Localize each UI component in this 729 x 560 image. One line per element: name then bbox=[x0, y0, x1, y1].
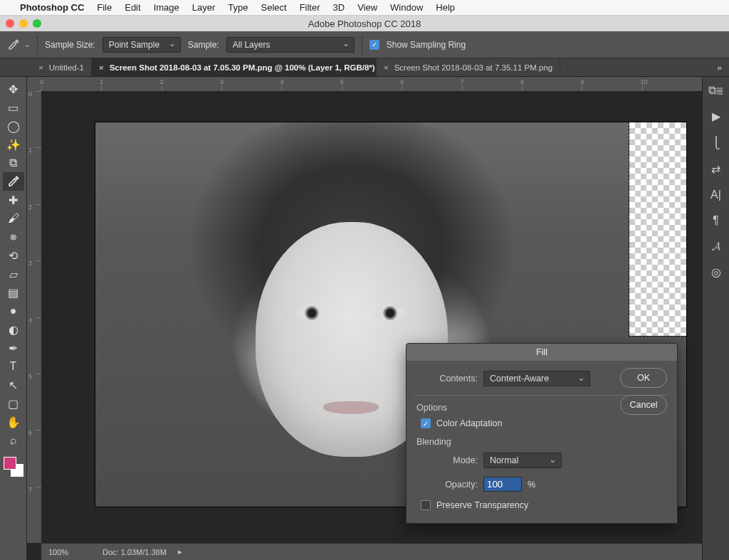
menu-type[interactable]: Type bbox=[228, 2, 248, 13]
opacity-input[interactable] bbox=[483, 477, 522, 492]
tool-blur[interactable]: ● bbox=[3, 302, 24, 320]
sample-size-select[interactable]: Point Sample bbox=[103, 37, 181, 53]
tool-pen[interactable]: ✒ bbox=[3, 339, 24, 357]
close-icon[interactable]: × bbox=[38, 63, 43, 72]
tool-rectangle[interactable]: ▢ bbox=[3, 394, 24, 413]
panel-icon-4[interactable]: ⇄ bbox=[711, 162, 720, 176]
contents-label: Contents: bbox=[416, 374, 478, 384]
photo-eye-right bbox=[374, 306, 406, 320]
sample-label: Sample: bbox=[188, 40, 219, 50]
tool-zoom[interactable]: ⌕ bbox=[3, 431, 24, 450]
panel-glyph-icon[interactable]: 𝓐 bbox=[712, 240, 720, 253]
tab-label: Screen Shot 2018-08-03 at 7.35.11 PM.png bbox=[394, 63, 553, 72]
ruler-origin[interactable] bbox=[27, 77, 41, 91]
menu-image[interactable]: Image bbox=[154, 2, 179, 13]
document-tabs: × Untitled-1 × Screen Shot 2018-08-03 at… bbox=[0, 58, 729, 77]
mode-select[interactable]: Normal bbox=[483, 453, 562, 468]
preserve-transparency-label: Preserve Transparency bbox=[436, 500, 528, 510]
tool-eraser[interactable]: ▱ bbox=[3, 265, 24, 283]
options-bar: ⌄ Sample Size: Point Sample Sample: All … bbox=[0, 31, 729, 58]
tab-label: Untitled-1 bbox=[49, 63, 84, 72]
panel-icon-1[interactable]: ⧉≣ bbox=[708, 84, 723, 97]
tool-history-brush[interactable]: ⟲ bbox=[3, 246, 24, 265]
menu-edit[interactable]: Edit bbox=[125, 2, 140, 13]
chevron-down-icon: ⌄ bbox=[24, 41, 30, 48]
active-tool-icon[interactable]: ⌄ bbox=[7, 38, 30, 52]
tab-label: Screen Shot 2018-08-03 at 7.05.30 PM.png… bbox=[110, 63, 377, 72]
tool-brush[interactable]: 🖌 bbox=[3, 209, 24, 228]
close-icon[interactable]: × bbox=[99, 63, 104, 72]
tool-healing[interactable]: ✚ bbox=[3, 191, 24, 209]
selection-transparent-area[interactable] bbox=[629, 122, 686, 336]
color-adaptation-checkbox[interactable]: ✓ bbox=[421, 418, 431, 428]
separator bbox=[362, 36, 362, 54]
status-bar: 100% Doc: 1.03M/1.38M ▸ bbox=[41, 543, 702, 560]
fill-dialog: Fill OK Cancel Contents: Content-Aware O… bbox=[406, 343, 678, 524]
photo-mouth bbox=[323, 401, 379, 414]
status-chevron-icon[interactable]: ▸ bbox=[178, 547, 182, 556]
tool-type[interactable]: T bbox=[3, 357, 24, 376]
menu-view[interactable]: View bbox=[357, 2, 377, 13]
tab-screenshot-2[interactable]: × Screen Shot 2018-08-03 at 7.35.11 PM.p… bbox=[377, 58, 560, 76]
app-name[interactable]: Photoshop CC bbox=[20, 2, 84, 13]
show-sampling-ring-checkbox[interactable]: ✓ bbox=[369, 40, 379, 50]
menu-file[interactable]: File bbox=[97, 2, 112, 13]
ruler-vertical[interactable]: 0 1 2 3 4 5 6 7 bbox=[27, 91, 41, 543]
show-sampling-ring-label: Show Sampling Ring bbox=[387, 40, 466, 50]
dialog-title[interactable]: Fill bbox=[407, 344, 677, 361]
cancel-button[interactable]: Cancel bbox=[620, 395, 667, 415]
color-swatches[interactable] bbox=[4, 457, 23, 477]
menu-filter[interactable]: Filter bbox=[300, 2, 320, 13]
panel-icon-8[interactable]: ◎ bbox=[711, 265, 721, 279]
eyedropper-icon bbox=[7, 38, 20, 52]
tool-hand[interactable]: ✋ bbox=[3, 413, 24, 431]
tool-move[interactable]: ✥ bbox=[3, 80, 24, 98]
window-title: Adobe Photoshop CC 2018 bbox=[0, 19, 729, 29]
menu-help[interactable]: Help bbox=[436, 2, 455, 13]
opacity-unit: % bbox=[528, 480, 535, 490]
sample-select[interactable]: All Layers bbox=[226, 37, 355, 53]
tool-marquee[interactable]: ▭ bbox=[3, 98, 24, 117]
menu-3d[interactable]: 3D bbox=[333, 2, 345, 13]
tools-panel: ✥ ▭ ◯ ✨ ⧉ ✚ 🖌 ⎈ ⟲ ▱ ▤ ● ◐ ✒ T ↖ ▢ ✋ ⌕ bbox=[0, 77, 27, 560]
window-titlebar: Adobe Photoshop CC 2018 bbox=[0, 16, 729, 31]
photo-eye-left bbox=[296, 306, 327, 320]
tool-stamp[interactable]: ⎈ bbox=[3, 228, 24, 246]
tool-eyedropper[interactable] bbox=[3, 172, 24, 191]
blending-section-label: Blending bbox=[416, 437, 667, 447]
ruler-horizontal[interactable]: 0 1 2 3 4 5 6 7 8 9 10 bbox=[41, 77, 702, 91]
mac-menu-bar: Photoshop CC File Edit Image Layer Type … bbox=[0, 0, 729, 16]
panel-character-icon[interactable]: A| bbox=[710, 189, 721, 201]
menu-layer[interactable]: Layer bbox=[192, 2, 216, 13]
mode-label: Mode: bbox=[416, 455, 478, 465]
tab-screenshot-1[interactable]: × Screen Shot 2018-08-03 at 7.05.30 PM.p… bbox=[92, 58, 377, 76]
opacity-label: Opacity: bbox=[416, 480, 478, 490]
tab-untitled[interactable]: × Untitled-1 bbox=[31, 58, 92, 76]
preserve-transparency-checkbox[interactable] bbox=[421, 500, 431, 510]
tool-lasso[interactable]: ◯ bbox=[3, 117, 24, 135]
panel-paragraph-icon[interactable]: ¶ bbox=[713, 214, 719, 227]
tool-path-select[interactable]: ↖ bbox=[3, 376, 24, 394]
ok-button[interactable]: OK bbox=[620, 368, 667, 388]
tool-gradient[interactable]: ▤ bbox=[3, 283, 24, 302]
right-panel-strip: ⧉≣ ▶ ⎩ ⇄ A| ¶ 𝓐 ◎ bbox=[702, 77, 729, 560]
zoom-level[interactable]: 100% bbox=[48, 548, 91, 556]
tool-crop[interactable]: ⧉ bbox=[3, 154, 24, 172]
color-adaptation-label: Color Adaptation bbox=[436, 418, 502, 428]
close-icon[interactable]: × bbox=[384, 63, 389, 72]
contents-select[interactable]: Content-Aware bbox=[483, 371, 590, 386]
tabs-overflow-button[interactable]: » bbox=[710, 58, 729, 76]
separator bbox=[37, 36, 38, 54]
foreground-color-swatch[interactable] bbox=[4, 457, 16, 470]
tool-wand[interactable]: ✨ bbox=[3, 135, 24, 154]
panel-icon-3[interactable]: ⎩ bbox=[712, 136, 720, 149]
tool-dodge[interactable]: ◐ bbox=[3, 320, 24, 339]
panel-play-icon[interactable]: ▶ bbox=[712, 110, 720, 123]
doc-size[interactable]: Doc: 1.03M/1.38M bbox=[103, 548, 167, 556]
menu-window[interactable]: Window bbox=[390, 2, 423, 13]
eyedropper-icon bbox=[7, 175, 20, 188]
sample-size-label: Sample Size: bbox=[45, 40, 95, 50]
menu-select[interactable]: Select bbox=[261, 2, 286, 13]
